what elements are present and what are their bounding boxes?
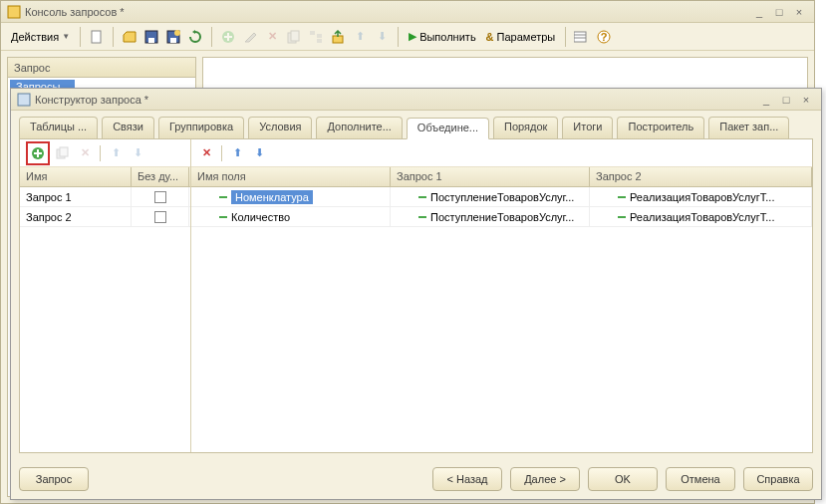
add-query-button[interactable] [29,144,47,162]
query-constructor-window: Конструктор запроса * _ □ × Таблицы ... … [10,88,822,500]
svg-rect-10 [310,31,315,35]
params-button[interactable]: & Параметры [482,26,560,48]
copy-icon [284,26,304,48]
delete-query-button: ✕ [76,144,94,162]
outer-title: Консоль запросов * [25,6,750,18]
actions-menu[interactable]: Действия ▼ [7,26,74,48]
next-button[interactable]: Далее > [510,467,580,491]
query-row[interactable]: Запрос 1 [20,187,190,207]
inner-maximize-button[interactable]: □ [777,93,795,107]
app-icon [7,5,21,19]
field-row[interactable]: Количество ПоступлениеТоваровУслуг... Ре… [191,207,812,227]
tab-bar: Таблицы ... Связи Группировка Условия До… [11,111,821,138]
field-icon [418,216,426,218]
help-button[interactable]: Справка [743,467,813,491]
left-grid-body[interactable]: Запрос 1 Запрос 2 [20,187,190,452]
col-field-name[interactable]: Имя поля [191,167,391,186]
cancel-button[interactable]: Отмена [666,467,735,491]
svg-rect-14 [574,32,586,42]
open-icon[interactable] [120,26,139,48]
delete-field-button[interactable]: ✕ [197,144,215,162]
move-down-icon: ⬇ [372,26,392,48]
delete-icon: ✕ [262,26,282,48]
tab-content: ✕ ⬆ ⬇ Имя Без ду... Запрос 1 Запрос 2 [19,138,813,453]
inner-minimize-button[interactable]: _ [757,93,775,107]
col-query-1[interactable]: Запрос 1 [391,167,590,186]
right-grid-body[interactable]: Номенклатура ПоступлениеТоваровУслуг... … [191,187,812,452]
back-button[interactable]: < Назад [432,467,502,491]
svg-rect-1 [92,31,101,43]
ok-button[interactable]: OK [588,467,658,491]
tab-links[interactable]: Связи [102,117,154,138]
tab-additional[interactable]: Дополните... [316,117,402,138]
field-icon [418,196,426,198]
svg-rect-0 [8,6,20,18]
maximize-button[interactable]: □ [770,5,788,19]
nodup-checkbox[interactable] [154,211,166,223]
help-icon[interactable]: ? [594,26,614,48]
svg-rect-11 [317,34,322,38]
add-icon [218,26,238,48]
tab-totals[interactable]: Итоги [562,117,613,138]
queries-panel-header: Запрос [8,58,195,78]
move-field-up-button[interactable]: ⬆ [228,144,246,162]
tree-icon [306,26,326,48]
field-icon [219,216,227,218]
execute-button[interactable]: ▶ Выполнить [405,26,479,48]
close-button[interactable]: × [790,5,808,19]
query-text-button[interactable]: Запрос [19,467,89,491]
new-doc-icon[interactable] [87,26,107,48]
left-mini-toolbar: ✕ ⬆ ⬇ [20,139,190,167]
tab-unions[interactable]: Объедине... [407,118,489,139]
play-icon: ▶ [409,30,416,43]
field-icon [219,196,227,198]
col-name[interactable]: Имя [20,167,132,186]
svg-rect-13 [333,36,343,43]
export-icon[interactable] [328,26,348,48]
tab-conditions[interactable]: Условия [248,117,312,138]
tab-builder[interactable]: Построитель [617,117,704,138]
minimize-button[interactable]: _ [750,5,768,19]
move-field-down-button[interactable]: ⬇ [250,144,268,162]
edit-icon [240,26,260,48]
move-query-down-button: ⬇ [129,144,146,162]
tab-grouping[interactable]: Группировка [158,117,244,138]
constructor-icon [17,93,31,107]
outer-toolbar: Действия ▼ ✕ ⬆ ⬇ ▶ Выполнить & Параметры… [1,23,814,51]
svg-rect-3 [148,38,154,43]
chevron-down-icon: ▼ [62,32,70,41]
move-up-icon: ⬆ [350,26,370,48]
svg-rect-9 [291,31,299,41]
col-nodup[interactable]: Без ду... [132,167,189,186]
move-query-up-button: ⬆ [107,144,125,162]
ampersand-icon: & [486,31,494,43]
inner-titlebar: Конструктор запроса * _ □ × [11,89,821,111]
svg-rect-19 [18,94,30,106]
inner-close-button[interactable]: × [797,93,815,107]
svg-rect-22 [60,147,68,156]
tab-package[interactable]: Пакет зап... [708,117,789,138]
tab-tables[interactable]: Таблицы ... [19,117,98,138]
dialog-button-bar: Запрос < Назад Далее > OK Отмена Справка [19,467,813,491]
nodup-checkbox[interactable] [154,191,166,203]
outer-titlebar: Консоль запросов * _ □ × [1,1,814,23]
right-grid-header: Имя поля Запрос 1 Запрос 2 [191,167,812,187]
queries-list-pane: ✕ ⬆ ⬇ Имя Без ду... Запрос 1 Запрос 2 [20,139,191,452]
save-as-icon[interactable] [163,26,183,48]
svg-text:?: ? [601,31,608,43]
svg-rect-5 [170,38,176,43]
refresh-icon[interactable] [185,26,205,48]
left-grid-header: Имя Без ду... [20,167,190,187]
field-row[interactable]: Номенклатура ПоступлениеТоваровУслуг... … [191,187,812,207]
col-query-2[interactable]: Запрос 2 [590,167,812,186]
field-icon [618,196,626,198]
query-row[interactable]: Запрос 2 [20,207,190,227]
save-icon[interactable] [141,26,161,48]
fields-pane: ✕ ⬆ ⬇ Имя поля Запрос 1 Запрос 2 Номенкл… [191,139,812,452]
right-mini-toolbar: ✕ ⬆ ⬇ [191,139,812,167]
settings-icon[interactable] [572,26,592,48]
svg-point-6 [174,30,180,36]
svg-rect-12 [317,39,322,43]
copy-query-button [54,144,72,162]
tab-order[interactable]: Порядок [493,117,558,138]
